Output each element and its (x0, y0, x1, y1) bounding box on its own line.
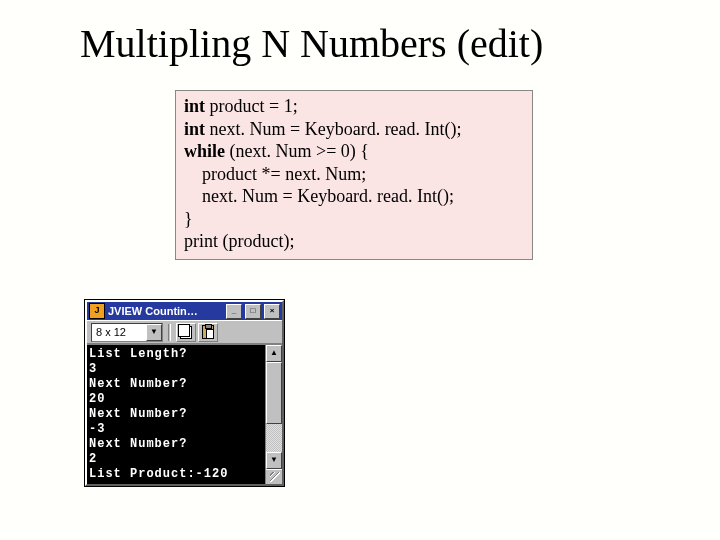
console-window: J JVIEW Countin… _ □ × 8 x 12 ▼ List Len… (85, 300, 284, 486)
keyword-int: int (184, 96, 205, 116)
window-title: JVIEW Countin… (108, 305, 223, 317)
scroll-down-button[interactable]: ▼ (266, 452, 282, 469)
code-line-4: product *= next. Num; (184, 163, 524, 186)
copy-icon (180, 326, 192, 339)
code-snippet-box: int product = 1; int next. Num = Keyboar… (175, 90, 533, 260)
code-line-7: print (product); (184, 230, 524, 253)
paste-button[interactable] (198, 323, 218, 342)
close-button[interactable]: × (264, 304, 280, 319)
app-icon: J (89, 303, 105, 319)
code-line-3: while (next. Num >= 0) { (184, 140, 524, 163)
code-line-5: next. Num = Keyboard. read. Int(); (184, 185, 524, 208)
console-line: List Product:-120 (89, 467, 228, 481)
code-line-6: } (184, 208, 524, 231)
toolbar-divider (168, 324, 171, 341)
code-line-1: int product = 1; (184, 95, 524, 118)
console-line: Next Number? (89, 407, 187, 421)
maximize-button[interactable]: □ (245, 304, 261, 319)
console-line: List Length? (89, 347, 187, 361)
resize-grip[interactable] (266, 469, 282, 484)
console-line: Next Number? (89, 437, 187, 451)
window-toolbar: 8 x 12 ▼ (87, 320, 282, 344)
window-titlebar[interactable]: J JVIEW Countin… _ □ × (87, 302, 282, 320)
code-line-2: int next. Num = Keyboard. read. Int(); (184, 118, 524, 141)
copy-button[interactable] (176, 323, 196, 342)
console-line: Next Number? (89, 377, 187, 391)
keyword-int: int (184, 119, 205, 139)
console-line: 3 (89, 362, 97, 376)
vertical-scrollbar[interactable]: ▲ ▼ (265, 345, 282, 484)
font-size-select[interactable]: 8 x 12 ▼ (91, 323, 163, 342)
scroll-track[interactable] (266, 362, 282, 452)
font-size-value: 8 x 12 (92, 326, 146, 338)
keyword-while: while (184, 141, 225, 161)
console-line: 2 (89, 452, 97, 466)
minimize-button[interactable]: _ (226, 304, 242, 319)
chevron-down-icon[interactable]: ▼ (146, 324, 162, 341)
paste-icon (202, 325, 214, 339)
scroll-up-button[interactable]: ▲ (266, 345, 282, 362)
scroll-thumb[interactable] (266, 362, 282, 424)
console-line: -3 (89, 422, 105, 436)
console-line: 20 (89, 392, 105, 406)
console-output[interactable]: List Length? 3 Next Number? 20 Next Numb… (87, 345, 265, 484)
slide-title: Multipling N Numbers (edit) (80, 20, 543, 67)
